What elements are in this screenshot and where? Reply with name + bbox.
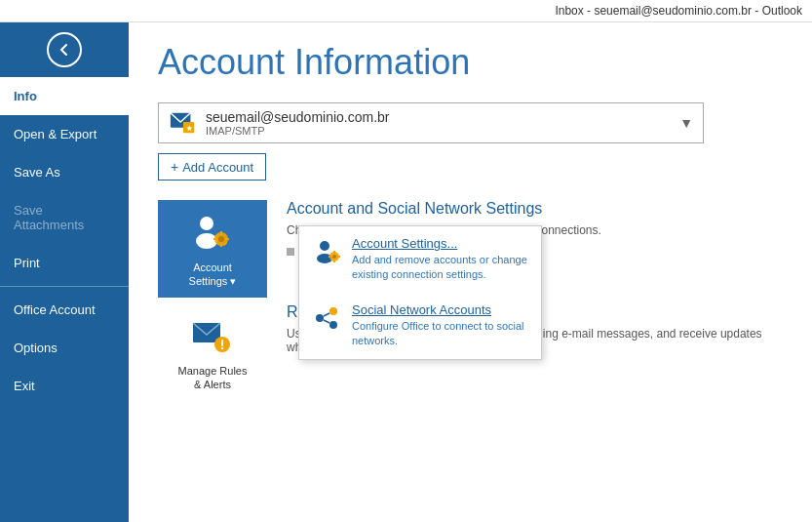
svg-rect-23 [329, 256, 331, 258]
sidebar-item-options[interactable]: Options [0, 329, 129, 367]
back-circle-icon [47, 32, 82, 67]
svg-point-6 [218, 236, 224, 242]
manage-rules-icon [189, 313, 236, 360]
manage-rules-tile[interactable]: Manage Rules& Alerts [158, 303, 267, 401]
dropdown-account-settings-icon [311, 236, 342, 267]
dropdown-arrow-icon: ▼ [679, 115, 693, 131]
dropdown-account-settings-title: Account Settings... [352, 236, 529, 251]
dropdown-social-network-icon [311, 302, 342, 334]
dropdown-menu: Account Settings... Add and remove accou… [298, 225, 542, 360]
svg-line-28 [324, 313, 329, 316]
main-layout: Info Open & Export Save As Save Attachme… [0, 22, 812, 522]
add-account-button[interactable]: + Add Account [158, 153, 266, 181]
svg-point-25 [316, 314, 324, 322]
sidebar-item-print[interactable]: Print [0, 244, 129, 282]
svg-rect-7 [220, 231, 222, 235]
dropdown-account-settings-desc: Add and remove accounts or change existi… [352, 253, 529, 283]
sidebar-item-options-label: Options [14, 341, 58, 355]
title-text: Inbox - seuemail@seudominio.com.br - Out… [555, 4, 802, 18]
svg-rect-21 [333, 251, 335, 254]
svg-point-26 [329, 307, 337, 315]
account-type: IMAP/SMTP [206, 125, 679, 137]
title-bar: Inbox - seuemail@seudominio.com.br - Out… [0, 0, 812, 22]
account-selector[interactable]: ★ seuemail@seudominio.com.br IMAP/SMTP ▼ [158, 102, 704, 143]
svg-point-16 [221, 347, 223, 349]
account-settings-icon [189, 210, 236, 257]
svg-rect-24 [337, 256, 340, 258]
svg-point-17 [320, 241, 329, 251]
dropdown-account-settings-text: Account Settings... Add and remove accou… [352, 236, 529, 283]
svg-text:★: ★ [186, 124, 193, 133]
svg-rect-9 [213, 238, 217, 240]
sidebar-item-exit[interactable]: Exit [0, 367, 129, 405]
svg-point-4 [196, 233, 217, 249]
sidebar-item-save-as-label: Save As [14, 165, 60, 180]
sidebar-item-info-label: Info [14, 89, 37, 103]
sidebar-item-save-attachments: Save Attachments [0, 191, 129, 244]
sidebar-divider [0, 286, 129, 287]
account-settings-info-title: Account and Social Network Settings [287, 200, 783, 218]
svg-rect-22 [333, 260, 335, 262]
account-settings-tile-label: AccountSettings ▾ [189, 261, 237, 289]
account-details: seuemail@seudominio.com.br IMAP/SMTP [206, 109, 679, 137]
svg-rect-15 [221, 340, 223, 346]
dropdown-social-network-title: Social Network Accounts [352, 302, 529, 317]
sidebar-item-save-as[interactable]: Save As [0, 153, 129, 191]
sidebar-item-exit-label: Exit [14, 379, 35, 393]
account-icon: ★ [169, 109, 196, 137]
account-settings-tile[interactable]: AccountSettings ▾ [158, 200, 267, 298]
svg-point-27 [329, 321, 337, 329]
svg-point-20 [332, 255, 336, 259]
sidebar-item-open-save-label: Open & Export [14, 127, 97, 141]
back-button[interactable] [0, 22, 129, 77]
sidebar: Info Open & Export Save As Save Attachme… [0, 22, 129, 522]
page-title: Account Information [158, 42, 783, 83]
sidebar-item-office-account[interactable]: Office Account [0, 291, 129, 329]
content-area: Account Information ★ seuemail@seudomini… [129, 22, 812, 522]
svg-rect-10 [225, 238, 229, 240]
sidebar-item-office-account-label: Office Account [14, 302, 96, 317]
sidebar-item-print-label: Print [14, 256, 40, 270]
sidebar-item-info[interactable]: Info [0, 77, 129, 115]
svg-rect-8 [220, 243, 222, 247]
dropdown-item-account-settings[interactable]: Account Settings... Add and remove accou… [299, 226, 541, 293]
svg-line-29 [324, 320, 329, 323]
manage-rules-tile-label: Manage Rules& Alerts [178, 364, 248, 392]
info-bullet-icon [287, 248, 294, 256]
sidebar-item-open-save[interactable]: Open & Export [0, 115, 129, 153]
svg-point-3 [200, 217, 213, 230]
dropdown-social-network-text: Social Network Accounts Configure Office… [352, 302, 529, 349]
dropdown-social-network-desc: Configure Office to connect to social ne… [352, 319, 529, 349]
add-icon: + [171, 159, 178, 175]
dropdown-item-social-network[interactable]: Social Network Accounts Configure Office… [299, 293, 541, 359]
account-email: seuemail@seudominio.com.br [206, 109, 679, 125]
add-account-label: Add Account [182, 160, 253, 175]
sidebar-item-save-attachments-label: Save Attachments [14, 203, 84, 232]
